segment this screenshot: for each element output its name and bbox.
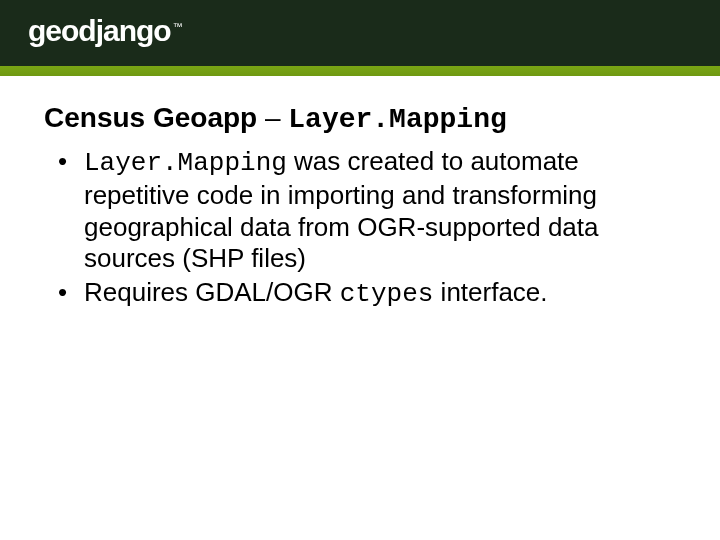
slide-title: Census Geoapp – Layer.Mapping bbox=[44, 102, 676, 136]
slide: geodjango™ Census Geoapp – Layer.Mapping… bbox=[0, 0, 720, 540]
title-prefix: Census Geoapp bbox=[44, 102, 265, 133]
logo: geodjango™ bbox=[28, 14, 182, 48]
logo-text: geodjango bbox=[28, 14, 171, 47]
logo-trademark: ™ bbox=[173, 21, 182, 32]
bullet-mono: ctypes bbox=[340, 279, 434, 309]
header-bar: geodjango™ bbox=[0, 0, 720, 66]
title-mono: Layer.Mapping bbox=[288, 104, 506, 135]
accent-bar bbox=[0, 66, 720, 76]
bullet-text-before: Requires GDAL/OGR bbox=[84, 277, 340, 307]
list-item: Requires GDAL/OGR ctypes interface. bbox=[58, 277, 676, 311]
title-dash: – bbox=[265, 102, 288, 133]
bullet-list: Layer.Mapping was created to automate re… bbox=[44, 146, 676, 311]
list-item: Layer.Mapping was created to automate re… bbox=[58, 146, 676, 275]
bullet-mono-lead: Layer.Mapping bbox=[84, 148, 287, 178]
bullet-text-after: interface. bbox=[433, 277, 547, 307]
content-area: Census Geoapp – Layer.Mapping Layer.Mapp… bbox=[0, 76, 720, 311]
